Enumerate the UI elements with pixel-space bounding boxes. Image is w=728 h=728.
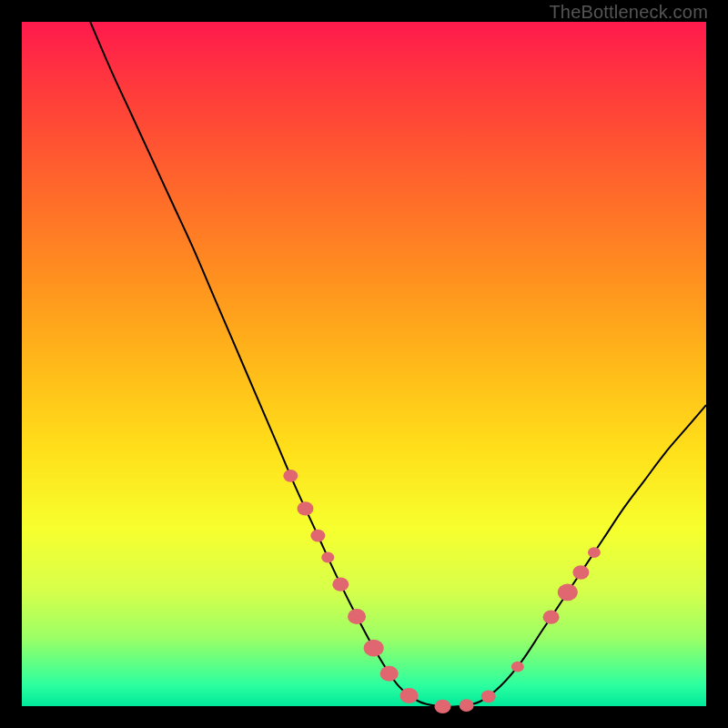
bead-marker (321, 552, 334, 563)
bottleneck-curve (90, 22, 706, 707)
chart-svg (22, 22, 706, 706)
watermark-text: TheBottleneck.com (549, 2, 708, 23)
bead-marker (348, 609, 366, 624)
bead-marker (400, 688, 419, 703)
bead-marker (460, 699, 474, 712)
bead-marker (511, 662, 524, 672)
bead-marker (310, 530, 325, 542)
bead-marker (364, 640, 384, 657)
bead-marker (283, 470, 298, 482)
bead-marker (380, 666, 399, 682)
chart-plot-area (22, 22, 706, 706)
bead-marker (543, 611, 560, 624)
bead-marker (332, 578, 349, 592)
bead-marker (558, 583, 578, 601)
bead-markers (283, 470, 601, 713)
chart-frame: TheBottleneck.com (0, 0, 728, 728)
bead-marker (572, 565, 589, 579)
bead-marker (481, 691, 496, 703)
bead-marker (297, 501, 313, 515)
bead-marker (434, 700, 450, 713)
bead-marker (588, 547, 601, 558)
